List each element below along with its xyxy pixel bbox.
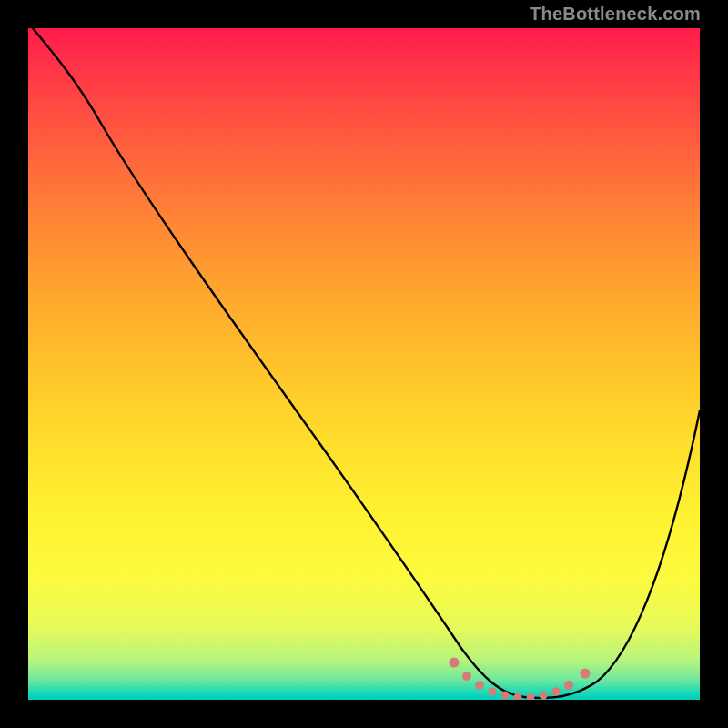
chart-container: TheBottleneck.com	[0, 0, 728, 728]
plot-background	[28, 28, 700, 700]
watermark-label: TheBottleneck.com	[530, 4, 701, 25]
